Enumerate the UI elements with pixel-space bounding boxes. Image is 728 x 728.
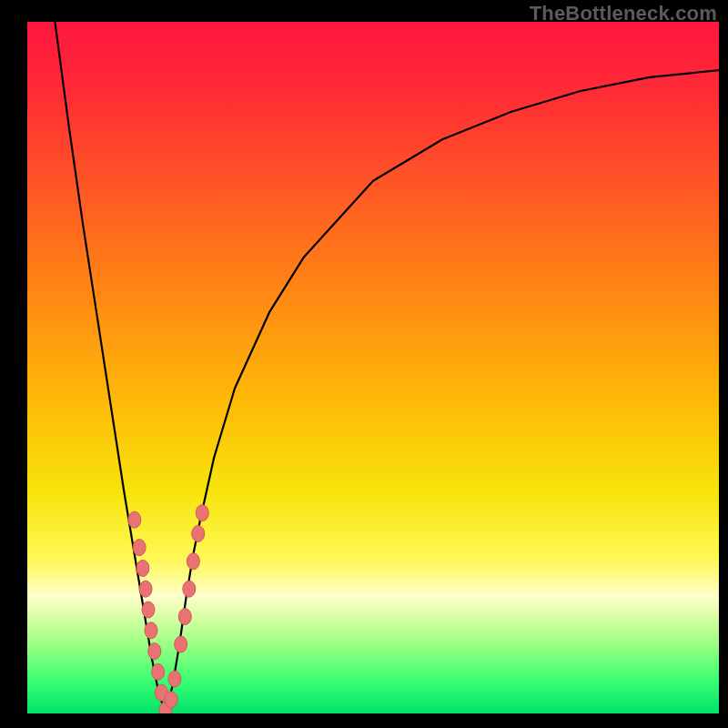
data-marker (128, 511, 141, 528)
data-marker (136, 560, 149, 576)
data-marker (183, 581, 196, 597)
data-marker (168, 671, 181, 687)
data-marker (175, 636, 187, 652)
plot-area (27, 22, 719, 713)
data-marker (148, 643, 161, 660)
data-marker (142, 602, 155, 618)
data-marker (133, 540, 146, 556)
data-marker (187, 553, 199, 570)
data-marker (145, 622, 157, 639)
data-marker (152, 663, 165, 680)
chart-frame: TheBottleneck.com (0, 0, 728, 728)
data-marker (178, 609, 191, 625)
data-marker (196, 505, 208, 521)
chart-svg (27, 22, 719, 713)
data-marker (192, 525, 205, 541)
watermark-text: TheBottleneck.com (530, 2, 717, 25)
data-marker (165, 692, 177, 708)
gradient-background (27, 22, 719, 713)
data-marker (139, 581, 152, 597)
